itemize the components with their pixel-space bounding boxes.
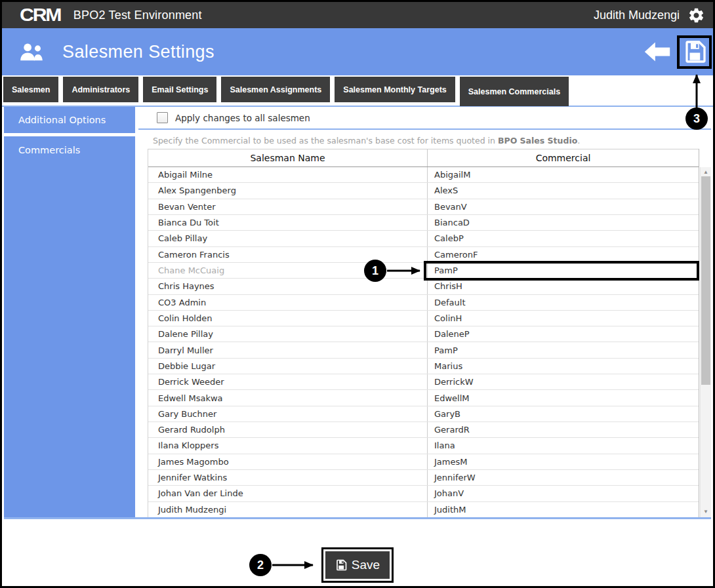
window-border-top bbox=[0, 0, 715, 2]
commercial-cell[interactable]: PamP bbox=[427, 263, 699, 278]
top-bar: CRM BPO2 Test Environment Judith Mudzeng… bbox=[2, 2, 713, 28]
salesman-name-cell: Bianca Du Toit bbox=[148, 215, 427, 230]
commercial-cell[interactable]: DaleneP bbox=[427, 326, 699, 342]
crm-logo: CRM bbox=[20, 6, 60, 24]
salesman-name-cell: Caleb Pillay bbox=[148, 231, 427, 246]
commercial-cell[interactable]: AlexS bbox=[427, 183, 699, 198]
salesman-name-cell: Ilana Kloppers bbox=[148, 438, 427, 453]
table-body: Abigail Milne AbigailM Alex Spangenberg … bbox=[148, 167, 699, 518]
table-row: James Magombo JamesM bbox=[148, 454, 699, 470]
commercial-cell[interactable]: CameronF bbox=[427, 247, 699, 262]
sidebar-item-additional-options[interactable]: Additional Options bbox=[4, 107, 135, 133]
commercial-cell[interactable]: Default bbox=[427, 295, 699, 310]
salesman-name-cell: Gerard Rudolph bbox=[148, 422, 427, 437]
table-row: Gerard Rudolph GerardR bbox=[148, 422, 699, 438]
table-row: Cameron Francis CameronF bbox=[148, 247, 699, 263]
salesmen-people-icon bbox=[19, 42, 44, 62]
salesman-name-cell: Abigail Milne bbox=[148, 167, 427, 182]
table-description: Specify the Commercial to be used as the… bbox=[153, 136, 580, 146]
table-row: Ilana Kloppers Ilana bbox=[148, 438, 699, 454]
header-actions bbox=[644, 35, 712, 69]
salesman-name-cell: Jennifer Watkins bbox=[148, 470, 427, 485]
sidebar-item-label: Commercials bbox=[18, 145, 80, 155]
table-row: Johan Van der Linde JohanV bbox=[148, 486, 699, 501]
commercial-cell[interactable]: ColinH bbox=[427, 311, 699, 326]
back-arrow-icon[interactable] bbox=[644, 41, 670, 62]
salesman-name-cell: Alex Spangenberg bbox=[148, 183, 427, 198]
commercial-cell[interactable]: JamesM bbox=[427, 454, 699, 469]
callout-3: 3 bbox=[685, 108, 708, 130]
commercial-cell[interactable]: ChrisH bbox=[427, 279, 699, 294]
save-button[interactable]: Save bbox=[325, 551, 390, 579]
content-bottom-line bbox=[4, 517, 711, 519]
description-text: . bbox=[577, 136, 580, 146]
apply-all-label: Apply changes to all salesmen bbox=[175, 113, 310, 123]
commercial-cell[interactable]: EdwellM bbox=[427, 390, 699, 405]
table-row: Jennifer Watkins JenniferW bbox=[148, 470, 699, 486]
commercial-cell[interactable]: GaryB bbox=[427, 406, 699, 421]
apply-all-checkbox[interactable] bbox=[157, 112, 168, 123]
callout-2: 2 bbox=[249, 554, 272, 576]
table-row: CO3 Admin Default bbox=[148, 295, 699, 311]
salesman-name-cell: Gary Buchner bbox=[148, 406, 427, 421]
commercial-cell[interactable]: JudithM bbox=[427, 502, 699, 517]
commercial-cell[interactable]: CalebP bbox=[427, 231, 699, 246]
salesman-name-cell: Edwell Msakwa bbox=[148, 390, 427, 405]
table-row: Dalene Pillay DaleneP bbox=[148, 326, 699, 342]
salesman-name-cell: Cameron Francis bbox=[148, 247, 427, 262]
tab[interactable]: Salesmen Monthly Targets bbox=[335, 77, 455, 102]
page-title: Salesmen Settings bbox=[62, 42, 214, 62]
tab-bar: Salesmen Administrators Email Settings S… bbox=[3, 77, 569, 106]
table-row: Colin Holden ColinH bbox=[148, 311, 699, 326]
commercial-cell[interactable]: GerardR bbox=[427, 422, 699, 437]
table-scrollbar[interactable]: ▲ ▼ bbox=[700, 167, 711, 517]
table-row: Debbie Lugar Marius bbox=[148, 359, 699, 374]
table-row: Judith Mudzengi JudithM bbox=[148, 502, 699, 518]
commercials-table: Salesman Name Commercial Abigail Milne A… bbox=[148, 149, 699, 518]
table-row: Bevan Venter BevanV bbox=[148, 199, 699, 215]
commercial-cell[interactable]: Ilana bbox=[427, 438, 699, 453]
window-border-left bbox=[0, 0, 2, 588]
table-row: Bianca Du Toit BiancaD bbox=[148, 215, 699, 231]
table-row: Derrick Weeder DerrickW bbox=[148, 374, 699, 390]
commercial-cell[interactable]: BevanV bbox=[427, 199, 699, 214]
scrollbar-up-arrow-icon[interactable]: ▲ bbox=[701, 167, 711, 176]
column-header-salesman-name: Salesman Name bbox=[148, 149, 427, 167]
salesman-name-cell: Darryl Muller bbox=[148, 342, 427, 357]
salesman-name-cell: Bevan Venter bbox=[148, 199, 427, 214]
salesman-name-cell: James Magombo bbox=[148, 454, 427, 469]
tab[interactable]: Salesmen Assignments bbox=[221, 77, 330, 102]
salesmen-settings-window: CRM BPO2 Test Environment Judith Mudzeng… bbox=[0, 0, 715, 588]
commercial-cell[interactable]: AbigailM bbox=[427, 167, 699, 182]
tab[interactable]: Salesmen Commercials bbox=[460, 77, 569, 106]
tab[interactable]: Email Settings bbox=[143, 77, 216, 102]
commercial-cell[interactable]: PamP bbox=[427, 342, 699, 357]
sidebar-item-label: Additional Options bbox=[18, 115, 106, 125]
table-row: Gary Buchner GaryB bbox=[148, 406, 699, 422]
table-header: Salesman Name Commercial bbox=[148, 149, 699, 167]
commercial-cell[interactable]: DerrickW bbox=[427, 374, 699, 389]
gear-icon[interactable] bbox=[687, 7, 705, 24]
commercial-cell[interactable]: Marius bbox=[427, 359, 699, 374]
commercial-cell[interactable]: JohanV bbox=[427, 486, 699, 501]
commercial-cell[interactable]: JenniferW bbox=[427, 470, 699, 485]
salesman-name-cell: Dalene Pillay bbox=[148, 326, 427, 342]
tab[interactable]: Administrators bbox=[63, 77, 138, 102]
header-save-button[interactable] bbox=[677, 35, 712, 69]
table-row: Alex Spangenberg AlexS bbox=[148, 183, 699, 199]
salesman-name-cell: Debbie Lugar bbox=[148, 359, 427, 374]
table-row: Darryl Muller PamP bbox=[148, 342, 699, 358]
scrollbar-thumb[interactable] bbox=[701, 176, 710, 385]
sidebar: Additional Options Commercials bbox=[4, 107, 135, 517]
salesman-name-cell: Johan Van der Linde bbox=[148, 486, 427, 501]
page-header: Salesmen Settings bbox=[2, 28, 713, 75]
options-bar: Apply changes to all salesmen bbox=[138, 107, 711, 130]
sidebar-item-commercials[interactable]: Commercials bbox=[4, 136, 135, 517]
scrollbar-down-arrow-icon[interactable]: ▼ bbox=[701, 507, 711, 516]
commercial-cell[interactable]: BiancaD bbox=[427, 215, 699, 230]
salesman-name-cell: Derrick Weeder bbox=[148, 374, 427, 389]
tab[interactable]: Salesmen bbox=[3, 77, 58, 102]
floppy-disk-icon bbox=[335, 559, 347, 571]
user-name[interactable]: Judith Mudzengi bbox=[594, 9, 680, 22]
save-button-label: Save bbox=[352, 558, 380, 572]
